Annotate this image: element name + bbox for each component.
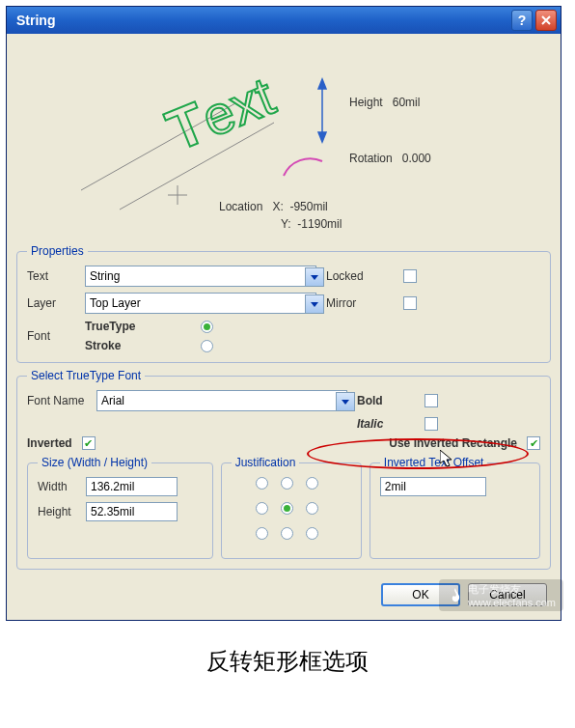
bold-checkbox[interactable] [424,394,438,407]
watermark: 电子发烧友 www.elecfans.com [439,579,563,611]
location-label: Location [219,200,262,213]
height-label: Height [349,96,383,109]
truetype-label: TrueType [85,320,201,333]
italic-label: Italic [357,417,424,431]
offset-input[interactable] [380,477,486,496]
layer-combo[interactable] [85,293,316,314]
rotation-label: Rotation [349,152,393,165]
layer-label: Layer [27,296,85,310]
caption: 反转矩形框选项 [0,627,575,686]
properties-legend: Properties [27,244,88,258]
font-label: Font [27,329,85,343]
svg-marker-6 [318,132,326,142]
justification-legend: Justification [232,456,300,469]
size-height-label: Height [38,505,86,518]
size-height-input[interactable] [86,502,178,521]
location-y-label: Y: [281,217,291,231]
italic-checkbox[interactable] [424,417,438,431]
watermark-brand: 电子发烧友 [468,583,521,595]
justify-br[interactable] [306,527,318,540]
size-legend: Size (Width / Height) [38,456,151,469]
locked-checkbox[interactable] [403,269,417,283]
size-width-input[interactable] [86,477,178,496]
location-y-value[interactable]: -1190mil [297,217,342,231]
string-dialog: String ? T ext [6,6,561,621]
size-width-label: Width [38,480,86,493]
help-button[interactable]: ? [511,10,533,31]
justify-tc[interactable] [281,477,293,490]
justify-tr[interactable] [306,477,318,490]
use-inverted-rectangle-label: Use Inverted Rectangle [389,436,517,450]
rotation-value[interactable]: 0.000 [402,152,431,165]
justify-ml[interactable] [256,502,268,515]
justify-bc[interactable] [281,527,293,540]
flame-icon [447,587,464,604]
justify-mc[interactable] [281,502,293,515]
locked-label: Locked [326,269,403,283]
preview-area: T ext Height 60mil [16,45,551,238]
inverted-checkbox[interactable]: ✔ [82,436,96,450]
bold-label: Bold [357,394,424,407]
use-inverted-rectangle-checkbox[interactable]: ✔ [527,436,540,450]
stroke-label: Stroke [85,339,201,352]
location-x-value[interactable]: -950mil [289,200,327,213]
height-value[interactable]: 60mil [393,96,421,109]
offset-legend: Inverted Text Offset [380,456,488,469]
text-label: Text [27,269,85,283]
inverted-label: Inverted [27,436,72,450]
truetype-radio[interactable] [201,321,213,333]
justify-mr[interactable] [306,502,318,515]
location-x-label: X: [272,200,283,213]
justify-bl[interactable] [256,527,268,540]
size-group: Size (Width / Height) Width Height [27,456,213,559]
titlebar: String ? [7,7,561,34]
svg-marker-5 [318,79,326,89]
justify-tl[interactable] [256,477,268,490]
truetype-group: Select TrueType Font Font Name Bold Ital… [16,369,551,570]
mirror-checkbox[interactable] [403,296,417,310]
window-title: String [11,13,511,28]
watermark-url: www.elecfans.com [468,597,556,608]
fontname-combo[interactable] [96,390,347,411]
stroke-radio[interactable] [201,340,213,352]
offset-group: Inverted Text Offset [370,456,540,559]
text-combo[interactable] [85,266,316,287]
truetype-legend: Select TrueType Font [27,369,145,382]
mirror-label: Mirror [326,296,403,310]
justification-group: Justification [221,456,362,559]
properties-group: Properties Text Locked Layer Mirror Font… [16,244,551,363]
fontname-label: Font Name [27,394,96,407]
close-button[interactable] [535,10,557,31]
